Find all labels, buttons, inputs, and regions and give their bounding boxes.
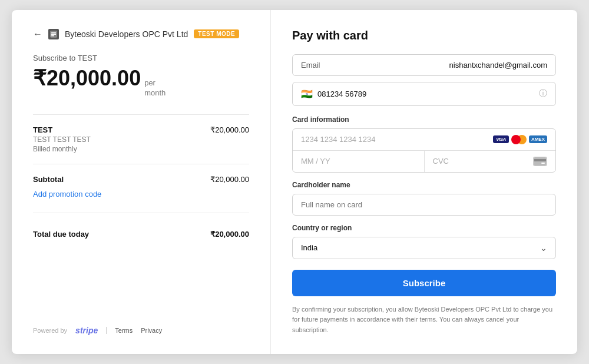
card-expiry-cvc-row: MM / YY CVC bbox=[293, 151, 555, 172]
email-row: Email nishantxchandel@gmail.com bbox=[292, 54, 556, 76]
subtotal-price: ₹20,000.00 bbox=[210, 175, 249, 184]
card-cvc-field: CVC bbox=[433, 157, 530, 166]
right-panel: Pay with card Email nishantxchandel@gmai… bbox=[271, 10, 577, 355]
footer-separator bbox=[106, 327, 107, 334]
phone-row: 🇮🇳 081234 56789 ⓘ bbox=[292, 82, 556, 106]
india-flag-icon: 🇮🇳 bbox=[301, 88, 313, 100]
item-details: TEST TEST TEST TEST Billed monthly bbox=[33, 125, 91, 153]
item-price: ₹20,000.00 bbox=[210, 125, 249, 134]
country-value: India bbox=[301, 243, 540, 252]
svg-rect-5 bbox=[534, 159, 546, 161]
email-value: nishantxchandel@gmail.com bbox=[336, 61, 547, 70]
subscribe-label: Subscribe to TEST bbox=[33, 54, 249, 62]
add-promotion-code-link[interactable]: Add promotion code bbox=[33, 190, 249, 198]
card-number-placeholder: 1234 1234 1234 1234 bbox=[301, 135, 488, 144]
item-row: TEST TEST TEST TEST Billed monthly ₹20,0… bbox=[33, 125, 249, 153]
card-info-label: Card information bbox=[292, 115, 556, 124]
item-billing: Billed monthly bbox=[33, 145, 91, 153]
mastercard-icon bbox=[511, 135, 527, 144]
cvc-card-icon bbox=[533, 157, 547, 166]
divider-1 bbox=[33, 114, 249, 115]
svg-rect-6 bbox=[541, 163, 545, 164]
subtotal-label: Subtotal bbox=[33, 175, 64, 184]
total-price: ₹20,000.00 bbox=[210, 230, 249, 239]
divider-3 bbox=[33, 213, 249, 213]
svg-rect-3 bbox=[51, 35, 54, 37]
price-amount: ₹20,000.00 bbox=[33, 66, 141, 91]
country-label: Country or region bbox=[292, 224, 556, 232]
business-name: Byteoski Developers OPC Pvt Ltd bbox=[65, 29, 188, 39]
price-period: permonth bbox=[144, 78, 166, 98]
country-select[interactable]: India ⌄ bbox=[292, 237, 556, 259]
header-row: ← Byteoski Developers OPC Pvt Ltd TEST M… bbox=[33, 29, 249, 39]
favicon-icon bbox=[48, 29, 59, 39]
terms-text: By confirming your subscription, you all… bbox=[292, 305, 556, 336]
item-name: TEST bbox=[33, 125, 91, 134]
email-label: Email bbox=[301, 61, 336, 70]
chevron-down-icon: ⌄ bbox=[540, 243, 547, 253]
card-icons: VISA AMEX bbox=[493, 135, 547, 144]
terms-link[interactable]: Terms bbox=[115, 327, 133, 334]
svg-rect-1 bbox=[51, 32, 56, 34]
amex-icon: AMEX bbox=[529, 135, 547, 143]
test-mode-badge: TEST MODE bbox=[194, 29, 239, 38]
card-expiry-field[interactable]: MM / YY bbox=[293, 151, 425, 172]
card-info-block: 1234 1234 1234 1234 VISA AMEX MM / YY CV… bbox=[292, 128, 556, 173]
phone-value: 081234 56789 bbox=[317, 90, 534, 98]
svg-rect-2 bbox=[51, 34, 56, 35]
divider-2 bbox=[33, 164, 249, 164]
back-button[interactable]: ← bbox=[33, 29, 42, 39]
cardholder-name-input[interactable] bbox=[292, 194, 556, 216]
cardholder-label: Cardholder name bbox=[292, 181, 556, 189]
card-number-row[interactable]: 1234 1234 1234 1234 VISA AMEX bbox=[293, 129, 555, 151]
pay-with-card-title: Pay with card bbox=[292, 29, 556, 42]
item-desc: TEST TEST TEST bbox=[33, 135, 91, 144]
card-cvc-wrapper[interactable]: CVC bbox=[425, 151, 556, 172]
visa-icon: VISA bbox=[493, 135, 509, 143]
total-label: Total due today bbox=[33, 230, 89, 239]
info-icon: ⓘ bbox=[539, 88, 547, 99]
total-row: Total due today ₹20,000.00 bbox=[33, 230, 249, 239]
left-panel: ← Byteoski Developers OPC Pvt Ltd TEST M… bbox=[12, 10, 271, 355]
subscribe-button[interactable]: Subscribe bbox=[292, 270, 556, 296]
stripe-logo: stripe bbox=[75, 326, 98, 335]
privacy-link[interactable]: Privacy bbox=[141, 327, 162, 334]
left-footer: Powered by stripe Terms Privacy bbox=[33, 308, 249, 335]
powered-by-text: Powered by bbox=[33, 327, 67, 334]
price-row: ₹20,000.00 permonth bbox=[33, 66, 249, 98]
subtotal-row: Subtotal ₹20,000.00 bbox=[33, 175, 249, 184]
